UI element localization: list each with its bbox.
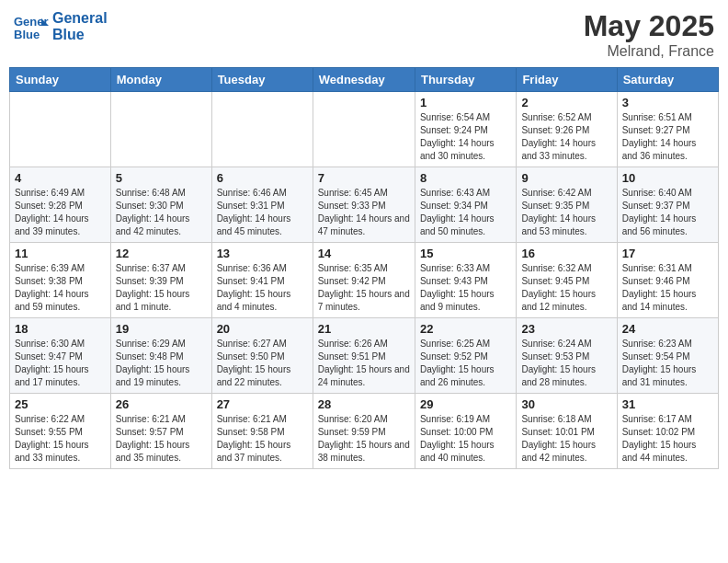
day-info: Sunrise: 6:48 AMSunset: 9:30 PMDaylight:… xyxy=(116,187,207,238)
calendar-cell: 1Sunrise: 6:54 AMSunset: 9:24 PMDaylight… xyxy=(415,92,516,167)
calendar-cell: 11Sunrise: 6:39 AMSunset: 9:38 PMDayligh… xyxy=(10,243,111,318)
day-number: 21 xyxy=(318,322,410,336)
calendar-cell: 3Sunrise: 6:51 AMSunset: 9:27 PMDaylight… xyxy=(617,92,718,167)
calendar-week-row: 11Sunrise: 6:39 AMSunset: 9:38 PMDayligh… xyxy=(10,243,719,318)
day-number: 17 xyxy=(622,247,713,260)
header-wednesday: Wednesday xyxy=(313,68,415,92)
day-number: 25 xyxy=(15,397,106,411)
header-monday: Monday xyxy=(110,68,211,92)
day-number: 18 xyxy=(15,322,106,336)
calendar-week-row: 1Sunrise: 6:54 AMSunset: 9:24 PMDaylight… xyxy=(10,92,719,167)
calendar-cell: 14Sunrise: 6:35 AMSunset: 9:42 PMDayligh… xyxy=(313,243,415,318)
day-number: 4 xyxy=(15,171,106,185)
calendar-cell: 7Sunrise: 6:45 AMSunset: 9:33 PMDaylight… xyxy=(313,167,415,243)
calendar-cell: 20Sunrise: 6:27 AMSunset: 9:50 PMDayligh… xyxy=(211,318,313,394)
logo-general: General xyxy=(52,10,108,27)
day-info: Sunrise: 6:30 AMSunset: 9:47 PMDaylight:… xyxy=(15,338,106,389)
day-number: 8 xyxy=(420,171,511,185)
calendar-cell: 17Sunrise: 6:31 AMSunset: 9:46 PMDayligh… xyxy=(617,243,718,318)
day-info: Sunrise: 6:46 AMSunset: 9:31 PMDaylight:… xyxy=(217,187,308,238)
calendar-cell: 30Sunrise: 6:18 AMSunset: 10:01 PMDaylig… xyxy=(517,394,617,469)
calendar-week-row: 4Sunrise: 6:49 AMSunset: 9:28 PMDaylight… xyxy=(10,167,719,243)
calendar-cell: 21Sunrise: 6:26 AMSunset: 9:51 PMDayligh… xyxy=(313,318,415,394)
location-title: Melrand, France xyxy=(584,43,714,60)
day-info: Sunrise: 6:26 AMSunset: 9:51 PMDaylight:… xyxy=(318,338,410,389)
calendar-cell: 26Sunrise: 6:21 AMSunset: 9:57 PMDayligh… xyxy=(110,394,211,469)
svg-text:Blue: Blue xyxy=(14,28,40,41)
day-number: 26 xyxy=(116,397,207,411)
calendar-cell: 10Sunrise: 6:40 AMSunset: 9:37 PMDayligh… xyxy=(617,167,718,243)
day-info: Sunrise: 6:21 AMSunset: 9:58 PMDaylight:… xyxy=(217,413,308,465)
calendar-table: Sunday Monday Tuesday Wednesday Thursday… xyxy=(9,67,719,469)
day-number: 7 xyxy=(318,171,410,185)
header-saturday: Saturday xyxy=(617,68,718,92)
day-number: 22 xyxy=(420,322,511,336)
calendar-cell: 8Sunrise: 6:43 AMSunset: 9:34 PMDaylight… xyxy=(415,167,516,243)
day-info: Sunrise: 6:19 AMSunset: 10:00 PMDaylight… xyxy=(420,413,511,465)
calendar-cell: 12Sunrise: 6:37 AMSunset: 9:39 PMDayligh… xyxy=(110,243,211,318)
calendar-cell xyxy=(10,92,111,167)
day-info: Sunrise: 6:32 AMSunset: 9:45 PMDaylight:… xyxy=(521,262,611,314)
day-number: 14 xyxy=(318,247,410,260)
day-number: 10 xyxy=(622,171,713,185)
day-info: Sunrise: 6:49 AMSunset: 9:28 PMDaylight:… xyxy=(15,187,106,238)
day-number: 20 xyxy=(217,322,308,336)
day-info: Sunrise: 6:42 AMSunset: 9:35 PMDaylight:… xyxy=(521,187,611,238)
calendar-cell: 2Sunrise: 6:52 AMSunset: 9:26 PMDaylight… xyxy=(517,92,617,167)
day-number: 2 xyxy=(521,96,611,109)
day-number: 11 xyxy=(15,247,106,260)
calendar-cell: 5Sunrise: 6:48 AMSunset: 9:30 PMDaylight… xyxy=(110,167,211,243)
day-info: Sunrise: 6:37 AMSunset: 9:39 PMDaylight:… xyxy=(116,262,207,314)
calendar-cell: 18Sunrise: 6:30 AMSunset: 9:47 PMDayligh… xyxy=(10,318,111,394)
day-number: 3 xyxy=(622,96,713,109)
day-info: Sunrise: 6:35 AMSunset: 9:42 PMDaylight:… xyxy=(318,262,410,314)
calendar-cell: 15Sunrise: 6:33 AMSunset: 9:43 PMDayligh… xyxy=(415,243,516,318)
calendar-cell: 13Sunrise: 6:36 AMSunset: 9:41 PMDayligh… xyxy=(211,243,313,318)
day-number: 23 xyxy=(521,322,611,336)
day-info: Sunrise: 6:52 AMSunset: 9:26 PMDaylight:… xyxy=(521,111,611,163)
header-tuesday: Tuesday xyxy=(211,68,313,92)
calendar-cell xyxy=(313,92,415,167)
calendar-cell: 6Sunrise: 6:46 AMSunset: 9:31 PMDaylight… xyxy=(211,167,313,243)
day-info: Sunrise: 6:45 AMSunset: 9:33 PMDaylight:… xyxy=(318,187,410,238)
day-number: 12 xyxy=(116,247,207,260)
header-thursday: Thursday xyxy=(415,68,516,92)
day-number: 28 xyxy=(318,397,410,411)
day-info: Sunrise: 6:18 AMSunset: 10:01 PMDaylight… xyxy=(521,413,611,465)
calendar-cell: 9Sunrise: 6:42 AMSunset: 9:35 PMDaylight… xyxy=(517,167,617,243)
calendar-cell: 4Sunrise: 6:49 AMSunset: 9:28 PMDaylight… xyxy=(10,167,111,243)
header-friday: Friday xyxy=(517,68,617,92)
calendar-cell: 31Sunrise: 6:17 AMSunset: 10:02 PMDaylig… xyxy=(617,394,718,469)
day-info: Sunrise: 6:20 AMSunset: 9:59 PMDaylight:… xyxy=(318,413,410,465)
calendar-cell: 23Sunrise: 6:24 AMSunset: 9:53 PMDayligh… xyxy=(517,318,617,394)
calendar-cell: 29Sunrise: 6:19 AMSunset: 10:00 PMDaylig… xyxy=(415,394,516,469)
day-info: Sunrise: 6:39 AMSunset: 9:38 PMDaylight:… xyxy=(15,262,106,314)
logo-blue: Blue xyxy=(52,27,108,43)
calendar-header-row: Sunday Monday Tuesday Wednesday Thursday… xyxy=(10,68,719,92)
day-info: Sunrise: 6:24 AMSunset: 9:53 PMDaylight:… xyxy=(521,338,611,389)
page-header: General Blue General Blue May 2025 Melra… xyxy=(9,9,719,60)
day-info: Sunrise: 6:33 AMSunset: 9:43 PMDaylight:… xyxy=(420,262,511,314)
calendar-cell xyxy=(110,92,211,167)
day-number: 9 xyxy=(521,171,611,185)
day-info: Sunrise: 6:27 AMSunset: 9:50 PMDaylight:… xyxy=(217,338,308,389)
day-info: Sunrise: 6:17 AMSunset: 10:02 PMDaylight… xyxy=(622,413,713,465)
day-info: Sunrise: 6:40 AMSunset: 9:37 PMDaylight:… xyxy=(622,187,713,238)
day-number: 13 xyxy=(217,247,308,260)
calendar-cell: 22Sunrise: 6:25 AMSunset: 9:52 PMDayligh… xyxy=(415,318,516,394)
calendar-cell: 24Sunrise: 6:23 AMSunset: 9:54 PMDayligh… xyxy=(617,318,718,394)
day-number: 24 xyxy=(622,322,713,336)
month-year-title: May 2025 xyxy=(584,9,714,43)
calendar-cell: 28Sunrise: 6:20 AMSunset: 9:59 PMDayligh… xyxy=(313,394,415,469)
day-number: 19 xyxy=(116,322,207,336)
day-info: Sunrise: 6:23 AMSunset: 9:54 PMDaylight:… xyxy=(622,338,713,389)
day-number: 1 xyxy=(420,96,511,109)
day-number: 16 xyxy=(521,247,611,260)
day-number: 6 xyxy=(217,171,308,185)
header-sunday: Sunday xyxy=(10,68,111,92)
calendar-cell: 19Sunrise: 6:29 AMSunset: 9:48 PMDayligh… xyxy=(110,318,211,394)
calendar-week-row: 18Sunrise: 6:30 AMSunset: 9:47 PMDayligh… xyxy=(10,318,719,394)
day-info: Sunrise: 6:31 AMSunset: 9:46 PMDaylight:… xyxy=(622,262,713,314)
day-info: Sunrise: 6:51 AMSunset: 9:27 PMDaylight:… xyxy=(622,111,713,163)
day-number: 29 xyxy=(420,397,511,411)
